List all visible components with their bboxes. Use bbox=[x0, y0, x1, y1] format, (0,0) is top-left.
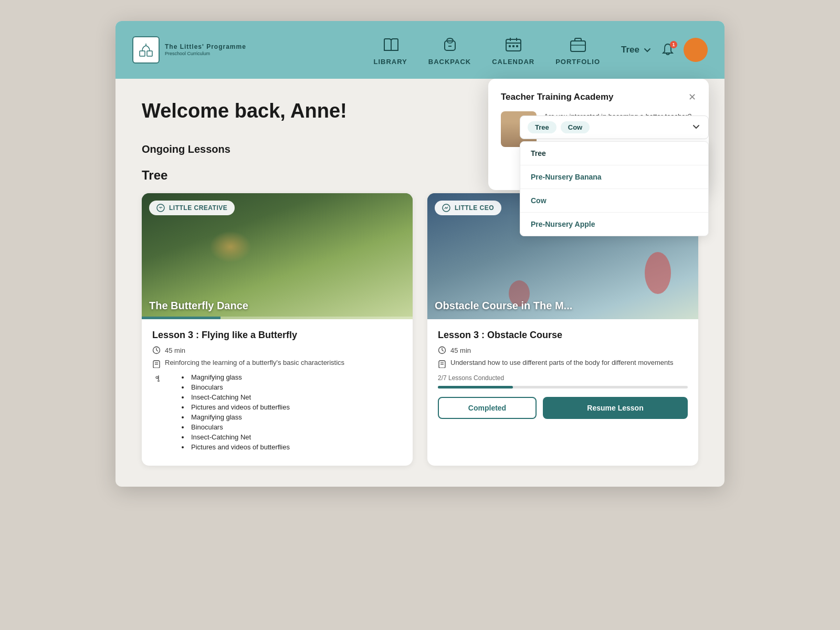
lesson-title-1: Lesson 3 : Flying like a Butterfly bbox=[152, 330, 402, 341]
notification-badge: 1 bbox=[670, 41, 677, 48]
navbar: The Littles' Programme Preschool Curricu… bbox=[116, 21, 724, 79]
material-item: Binoculars bbox=[182, 383, 290, 391]
nav-calendar-label: CALENDAR bbox=[492, 58, 534, 66]
nav-items: LIBRARY BACKPACK bbox=[373, 35, 600, 66]
svg-rect-13 bbox=[571, 41, 585, 51]
user-avatar[interactable] bbox=[684, 38, 708, 62]
nav-backpack-label: BACKPACK bbox=[428, 58, 471, 66]
card-overlay-title-1: The Butterfly Dance bbox=[149, 300, 405, 312]
dropdown-tag-tree: Tree bbox=[528, 121, 556, 133]
user-tree-button[interactable]: Tree bbox=[621, 45, 652, 55]
desc-text-2: Understand how to use different parts of… bbox=[450, 359, 673, 366]
chevron-down-icon bbox=[691, 122, 701, 133]
dropdown-option-pre-nursery-banana[interactable]: Pre-Nursery Banana bbox=[520, 165, 708, 189]
progress-label-2: 2/7 Lessons Conducted bbox=[438, 374, 688, 382]
dropdown-option-cow[interactable]: Cow bbox=[520, 189, 708, 213]
modal-header: Teacher Training Academy ✕ bbox=[501, 91, 696, 103]
progress-bar-fill-2 bbox=[438, 386, 513, 388]
svg-rect-10 bbox=[509, 45, 511, 47]
nav-library[interactable]: LIBRARY bbox=[373, 35, 407, 66]
svg-line-26 bbox=[442, 350, 444, 351]
nav-right: Tree 1 bbox=[621, 38, 708, 62]
material-item: Magnifying glass bbox=[182, 413, 290, 421]
logo-subtitle: Preschool Curriculum bbox=[165, 51, 246, 57]
logo-title: The Littles' Programme bbox=[165, 43, 246, 50]
dropdown-tags: Tree Cow bbox=[528, 121, 590, 133]
badge-label-1: LITTLE CREATIVE bbox=[169, 204, 227, 212]
svg-line-18 bbox=[156, 350, 158, 351]
svg-rect-12 bbox=[516, 45, 518, 47]
lesson-title-2: Lesson 3 : Obstacle Course bbox=[438, 330, 688, 341]
logo-text: The Littles' Programme Preschool Curricu… bbox=[165, 43, 246, 56]
materials-section: Magnifying glass Binoculars Insect-Catch… bbox=[154, 373, 402, 453]
nav-portfolio[interactable]: PORTFOLIO bbox=[555, 35, 600, 66]
nav-backpack[interactable]: BACKPACK bbox=[428, 35, 471, 66]
logo-icon bbox=[132, 36, 160, 64]
desc-text-1: Reinforcing the learning of a butterfly'… bbox=[165, 359, 344, 366]
resume-button[interactable]: Resume Lesson bbox=[543, 397, 688, 419]
user-tree-label: Tree bbox=[621, 45, 639, 55]
nav-calendar[interactable]: CALENDAR bbox=[492, 35, 534, 66]
materials-list-1: Magnifying glass Binoculars Insect-Catch… bbox=[182, 373, 290, 453]
material-item: Magnifying glass bbox=[182, 373, 290, 381]
material-item: Pictures and videos of butterflies bbox=[182, 443, 290, 451]
main-content: Welcome back, Anne! Ongoing Lessons Tree… bbox=[116, 79, 724, 487]
material-item: Insect-Catching Net bbox=[182, 433, 290, 441]
badge-label-2: LITTLE CEO bbox=[455, 204, 494, 212]
card-progress-bar-fill-1 bbox=[142, 317, 220, 319]
material-item: Binoculars bbox=[182, 423, 290, 431]
material-item: Insect-Catching Net bbox=[182, 393, 290, 401]
duration-label-2: 45 min bbox=[450, 346, 471, 354]
card-body-1: Lesson 3 : Flying like a Butterfly 45 mi… bbox=[142, 319, 413, 466]
svg-rect-0 bbox=[140, 51, 145, 56]
card-actions-2: Completed Resume Lesson bbox=[438, 397, 688, 419]
svg-rect-11 bbox=[512, 45, 514, 47]
modal-close-button[interactable]: ✕ bbox=[688, 91, 696, 103]
dropdown-tag-cow: Cow bbox=[561, 121, 590, 133]
card-badge-2: LITTLE CEO bbox=[435, 201, 501, 215]
lesson-desc-1: Reinforcing the learning of a butterfly'… bbox=[152, 359, 402, 368]
card-progress-bar-container-1 bbox=[142, 317, 413, 319]
card-overlay-title-2: Obstacle Course in The M... bbox=[435, 300, 691, 312]
nav-portfolio-label: PORTFOLIO bbox=[555, 58, 600, 66]
logo: The Littles' Programme Preschool Curricu… bbox=[132, 36, 246, 64]
dropdown-option-tree[interactable]: Tree bbox=[520, 142, 708, 165]
card-body-2: Lesson 3 : Obstacle Course 45 min bbox=[427, 319, 698, 432]
class-dropdown-wrapper: Tree Cow Tree Pre-Nursery Banana Cow Pre… bbox=[520, 116, 709, 236]
progress-bar-2 bbox=[438, 386, 688, 388]
material-item: Pictures and videos of butterflies bbox=[182, 403, 290, 411]
modal-title: Teacher Training Academy bbox=[501, 92, 613, 102]
svg-rect-1 bbox=[147, 51, 152, 56]
card-badge-1: LITTLE CREATIVE bbox=[149, 201, 235, 215]
notification-button[interactable]: 1 bbox=[660, 42, 675, 58]
completed-button[interactable]: Completed bbox=[438, 397, 537, 419]
lesson-desc-2: Understand how to use different parts of… bbox=[438, 359, 688, 368]
svg-point-22 bbox=[156, 376, 158, 379]
lesson-card-butterfly: LITTLE CREATIVE The Butterfly Dance Less… bbox=[142, 193, 413, 466]
nav-library-label: LIBRARY bbox=[373, 58, 407, 66]
class-dropdown-select[interactable]: Tree Cow bbox=[520, 116, 709, 139]
dropdown-option-pre-nursery-apple[interactable]: Pre-Nursery Apple bbox=[520, 213, 708, 236]
lesson-duration-2: 45 min bbox=[438, 346, 688, 354]
duration-label-1: 45 min bbox=[165, 346, 185, 354]
lesson-duration-1: 45 min bbox=[152, 346, 402, 354]
class-dropdown-menu: Tree Pre-Nursery Banana Cow Pre-Nursery … bbox=[520, 141, 709, 236]
card-image-butterfly: LITTLE CREATIVE The Butterfly Dance bbox=[142, 193, 413, 319]
